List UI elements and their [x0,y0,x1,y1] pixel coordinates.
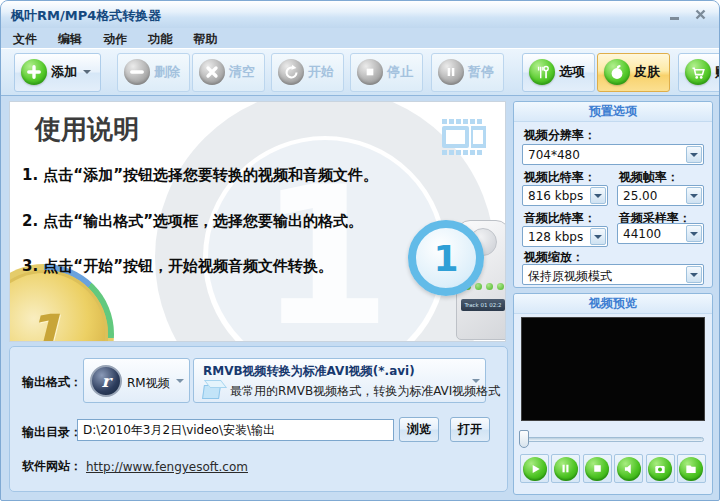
gold-coin-decoration: 1 [9,270,108,342]
output-directory-input[interactable] [77,419,394,441]
output-panel: 输出格式： r RM视频 RMVB视频转换为标准AVI视频(*.avi) 最常用… [9,346,508,492]
preview-screen [521,317,705,421]
open-folder-button[interactable] [677,454,706,483]
audio-bitrate-select[interactable]: 128 kbps [522,226,608,247]
rm-logo-icon: r [90,365,122,397]
instruction-step-1: 1. 点击“添加”按钮选择您要转换的视频和音频文件。 [22,166,378,185]
toolbar: 添加 删除 清空 开始 停止 [1,48,719,96]
add-dropdown-arrow-icon [83,70,91,74]
number-one-badge: 1 [408,220,484,296]
chevron-down-icon [472,379,480,383]
pause-button[interactable]: 暂停 [431,53,504,92]
video-scale-value: 保持原视频模式 [528,268,612,285]
badge-number: 1 [433,238,458,279]
instructions-heading: 使用说明 [35,112,139,147]
website-label: 软件网站： [22,458,82,475]
video-preview-panel: 视频预览 [513,293,713,495]
output-profile-description: 最常用的RMVB视频格式，转换为标准AVI视频格式 [230,383,500,400]
buy-button[interactable]: 购买 [678,53,720,92]
menu-bar: 文件 编辑 动作 功能 帮助 [1,28,719,48]
chevron-down-icon [176,379,184,383]
chevron-down-icon[interactable] [686,225,702,242]
chevron-down-icon[interactable] [686,187,702,204]
stop-preview-button[interactable] [583,454,612,483]
menu-item-file[interactable]: 文件 [5,28,45,48]
chevron-down-icon[interactable] [686,146,702,163]
minimize-icon [670,17,679,20]
video-bitrate-value: 816 kbps [528,189,583,203]
video-framerate-select[interactable]: 25.00 [617,185,704,206]
cart-icon [685,59,711,85]
pause-button-label: 暂停 [468,63,494,81]
stop-icon [585,457,609,481]
preview-controls [514,454,712,483]
preset-options-panel: 预置选项 视频分辨率： 704*480 视频比特率： 视频帧率： 816 kbp… [513,101,713,288]
clear-icon [199,59,225,85]
output-profile-select[interactable]: RMVB视频转换为标准AVI视频(*.avi) 最常用的RMVB视频格式，转换为… [193,358,486,403]
start-button-label: 开始 [308,63,334,81]
output-format-label: 输出格式： [22,374,82,391]
close-button[interactable] [689,6,711,22]
skin-button[interactable]: 皮肤 [597,53,670,92]
menu-item-action[interactable]: 动作 [95,28,135,48]
video-resolution-label: 视频分辨率： [524,127,596,144]
menu-item-help[interactable]: 帮助 [185,28,225,48]
options-tools-icon [529,59,555,85]
menu-item-function[interactable]: 功能 [140,28,180,48]
audio-samplerate-value: 44100 [623,227,661,241]
remove-button[interactable]: 删除 [117,53,190,92]
pause-icon [438,59,464,85]
output-profile-title: RMVB视频转换为标准AVI视频(*.avi) [203,363,415,380]
apple-skin-icon [604,59,630,85]
volume-button[interactable] [614,454,643,483]
pause-icon [554,457,578,481]
buy-button-label: 购买 [715,63,720,81]
options-button-label: 选项 [559,63,585,81]
video-resolution-select[interactable]: 704*480 [522,144,704,165]
stop-button[interactable]: 停止 [350,53,423,92]
audio-bitrate-label: 音频比特率： [524,210,596,227]
rm-logo-letter: r [102,371,111,391]
clear-button[interactable]: 清空 [192,53,265,92]
options-button[interactable]: 选项 [522,53,595,92]
browse-button[interactable]: 浏览 [399,417,439,442]
video-framerate-value: 25.00 [623,189,657,203]
video-bitrate-label: 视频比特率： [524,169,596,186]
play-icon [523,457,547,481]
output-directory-label: 输出目录： [22,424,82,441]
snapshot-button[interactable] [646,454,675,483]
add-icon [21,59,47,85]
audio-bitrate-value: 128 kbps [528,230,583,244]
output-format-value: RM视频 [127,375,170,392]
close-icon [695,9,706,20]
chevron-down-icon[interactable] [686,266,702,283]
clear-button-label: 清空 [229,63,255,81]
menu-item-edit[interactable]: 编辑 [50,28,90,48]
start-button[interactable]: 开始 [271,53,344,92]
output-format-select[interactable]: r RM视频 [83,358,190,403]
video-scale-select[interactable]: 保持原视频模式 [522,264,704,285]
add-button[interactable]: 添加 [14,53,101,92]
website-link[interactable]: http://www.fengyesoft.com [86,460,248,474]
remove-button-label: 删除 [154,63,180,81]
pause-preview-button[interactable] [551,454,580,483]
preview-panel-header: 视频预览 [514,294,712,314]
seek-slider-handle[interactable] [519,430,529,448]
speaker-icon [617,457,641,481]
chevron-down-icon[interactable] [590,228,606,245]
video-bitrate-select[interactable]: 816 kbps [522,185,608,206]
open-button[interactable]: 打开 [450,417,490,442]
folder-icon [679,457,703,481]
film-strip-icon [439,118,489,158]
minimize-button[interactable] [663,6,685,22]
video-resolution-value: 704*480 [528,148,580,162]
seek-slider-track[interactable] [522,437,704,442]
player-screen: Track 01 02:2 [461,299,505,311]
audio-samplerate-select[interactable]: 44100 [617,223,704,244]
window-title: 枫叶RM/MP4格式转换器 [11,7,161,25]
format-box-icon [202,379,226,398]
title-bar: 枫叶RM/MP4格式转换器 [1,1,719,28]
chevron-down-icon[interactable] [590,187,606,204]
stop-button-label: 停止 [387,63,413,81]
play-button[interactable] [520,454,549,483]
